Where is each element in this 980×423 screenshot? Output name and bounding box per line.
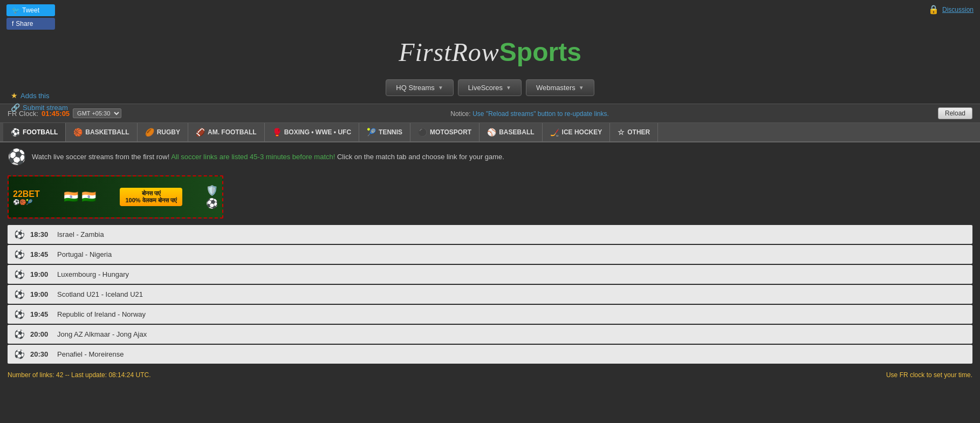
match-row[interactable]: ⚽ 18:45 Portugal - Nigeria (8, 245, 972, 264)
tab-label-football: FOOTBALL (23, 128, 58, 136)
match-time: 19:45 (30, 310, 52, 318)
match-time: 18:30 (30, 230, 52, 238)
sport-tab-motosport[interactable]: ⚫MOTOSPORT (410, 123, 479, 141)
sport-tab-tennis[interactable]: 🎾TENNIS (359, 123, 410, 141)
match-time: 19:00 (30, 290, 52, 298)
match-name: Republic of Ireland - Norway (57, 310, 146, 318)
ad-sport-icons: ⚽🏀🎾 (13, 199, 40, 205)
tab-icon-ice-hockey: 🏒 (550, 128, 559, 137)
match-row[interactable]: ⚽ 19:45 Republic of Ireland - Norway (8, 305, 972, 324)
tab-icon-other: ☆ (618, 128, 625, 137)
info-after: Click on the match tab and choose link f… (337, 153, 504, 161)
sport-tab-am-football[interactable]: 🏈AM. FOOTBALL (188, 123, 265, 141)
adds-this-link[interactable]: ★ Adds this (11, 91, 68, 100)
flag-india: 🇮🇳 (64, 190, 78, 204)
ad-banner[interactable]: 22BET ⚽🏀🎾 🇮🇳 🇮🇳 बोनस पाएं 100% वेलकम बोन… (8, 175, 223, 219)
nav-section: HQ Streams ▼ LiveScores ▼ Webmasters ▼ (0, 75, 980, 104)
info-before: Watch live soccer streams from the first… (32, 153, 169, 161)
tab-icon-basketball: 🏀 (73, 128, 83, 137)
ad-inner: 22BET ⚽🏀🎾 🇮🇳 🇮🇳 बोनस पाएं 100% वेलकम बोन… (9, 176, 222, 217)
footer-links: Number of links: 42 -- Last update: 08:1… (8, 371, 150, 379)
tab-icon-rugby: 🏉 (145, 128, 154, 137)
social-buttons: 🐦 Tweet f Share (6, 4, 55, 30)
ad-logo: 22BET ⚽🏀🎾 (13, 189, 40, 205)
sidebar-links: ★ Adds this 🔗 Submit stream (11, 91, 68, 112)
notice-area: Notice: Use "Reload streams" button to r… (450, 110, 609, 118)
tab-label-ice-hockey: ICE HOCKEY (562, 128, 602, 136)
notice-highlight: Use "Reload streams" button to re-update… (472, 110, 609, 118)
tab-icon-baseball: ⚾ (487, 128, 496, 137)
notice-body: Use "Reload streams" button to re-update… (472, 110, 609, 118)
live-scores-button[interactable]: LiveScores ▼ (458, 79, 522, 96)
sport-tab-rugby[interactable]: 🏉RUGBY (138, 123, 188, 141)
match-ball-icon: ⚽ (14, 309, 25, 319)
match-time: 19:00 (30, 270, 52, 278)
hq-streams-arrow: ▼ (438, 85, 443, 91)
match-ball-icon: ⚽ (14, 329, 25, 339)
tab-icon-boxing: 🥊 (272, 128, 282, 137)
sport-tab-other[interactable]: ☆OTHER (610, 123, 658, 141)
hq-streams-button[interactable]: HQ Streams ▼ (386, 79, 453, 96)
match-row[interactable]: ⚽ 19:00 Scotland U21 - Iceland U21 (8, 285, 972, 304)
lock-icon: 🔒 (928, 4, 939, 15)
match-name: Israel - Zambia (57, 230, 104, 238)
flag-india2: 🇮🇳 (81, 190, 96, 204)
match-row[interactable]: ⚽ 19:00 Luxembourg - Hungary (8, 265, 972, 284)
tab-label-am-football: AM. FOOTBALL (208, 128, 257, 136)
sport-tab-boxing[interactable]: 🥊BOXING • WWE • UFC (265, 123, 359, 141)
match-ball-icon: ⚽ (14, 349, 25, 359)
twitter-icon: 🐦 (12, 6, 20, 14)
tab-label-basketball: BASKETBALL (85, 128, 129, 136)
match-ball-icon: ⚽ (14, 229, 25, 240)
ad-team-logos: 🛡️ ⚽ (206, 185, 218, 209)
top-right: 🔒 Discussion (928, 4, 974, 15)
logo-sports: Sports (499, 38, 581, 66)
sport-tab-ice-hockey[interactable]: 🏒ICE HOCKEY (543, 123, 611, 141)
reload-button[interactable]: Reload (938, 107, 972, 119)
submit-stream-link[interactable]: 🔗 Submit stream (11, 103, 68, 112)
tab-label-tennis: TENNIS (379, 128, 402, 136)
ad-hindi-text1: बोनस पाएं (125, 190, 176, 197)
tab-label-motosport: MOTOSPORT (430, 128, 471, 136)
notice-label: Notice: (450, 110, 470, 118)
sport-tabs: ⚽FOOTBALL🏀BASKETBALL🏉RUGBY🏈AM. FOOTBALL🥊… (0, 123, 980, 142)
tab-icon-motosport: ⚫ (418, 128, 427, 137)
match-name: Jong AZ Alkmaar - Jong Ajax (57, 330, 147, 338)
tab-icon-am-football: 🏈 (196, 128, 205, 137)
tab-label-boxing: BOXING • WWE • UFC (284, 128, 351, 136)
webmasters-button[interactable]: Webmasters ▼ (526, 79, 594, 96)
match-name: Scotland U21 - Iceland U21 (57, 290, 143, 298)
facebook-icon: f (12, 20, 13, 28)
match-name: Penafiel - Moreirense (57, 350, 124, 358)
match-ball-icon: ⚽ (14, 249, 25, 260)
match-time: 20:00 (30, 330, 52, 338)
team-logo-1: 🛡️ (206, 185, 218, 196)
match-row[interactable]: ⚽ 20:00 Jong AZ Alkmaar - Jong Ajax (8, 325, 972, 344)
clock-bar: FR Clock: 01:45:05 GMT +05:30 Notice: Us… (0, 104, 980, 123)
match-time: 20:30 (30, 350, 52, 358)
tab-label-baseball: BASEBALL (499, 128, 534, 136)
star-icon: ★ (11, 91, 18, 100)
discussion-link[interactable]: Discussion (942, 6, 974, 13)
match-name: Portugal - Nigeria (57, 250, 112, 258)
ad-bet-text: 22BET (13, 189, 40, 199)
live-scores-arrow: ▼ (506, 85, 511, 91)
tab-label-rugby: RUGBY (157, 128, 180, 136)
info-bar: ⚽ Watch live soccer streams from the fir… (0, 142, 980, 171)
team-logo-2: ⚽ (206, 197, 218, 209)
info-highlight: All soccer links are listed 45-3 minutes… (171, 153, 335, 161)
sport-tab-football[interactable]: ⚽FOOTBALL (3, 123, 66, 141)
share-button[interactable]: f Share (6, 18, 55, 30)
match-row[interactable]: ⚽ 20:30 Penafiel - Moreirense (8, 345, 972, 364)
sport-tab-basketball[interactable]: 🏀BASKETBALL (66, 123, 137, 141)
logo-section: FirstRowSports (0, 32, 980, 75)
tab-icon-football: ⚽ (11, 128, 20, 137)
timezone-select[interactable]: GMT +05:30 (73, 108, 121, 118)
logo-firstrow: FirstRow (399, 38, 499, 66)
match-ball-icon: ⚽ (14, 289, 25, 299)
sport-tab-baseball[interactable]: ⚾BASEBALL (479, 123, 542, 141)
match-row[interactable]: ⚽ 18:30 Israel - Zambia (8, 225, 972, 244)
ad-hindi-text2: 100% वेलकम बोनस पाएं (125, 197, 176, 204)
match-time: 18:45 (30, 250, 52, 258)
tweet-button[interactable]: 🐦 Tweet (6, 4, 55, 16)
